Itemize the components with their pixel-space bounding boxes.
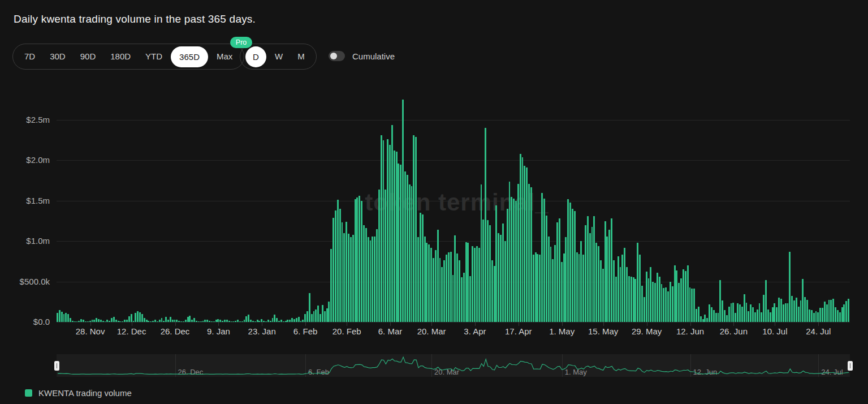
x-axis-tick-label: 6. Mar [378,326,403,336]
x-axis-tick [431,322,432,326]
navigator-line-chart [57,354,850,377]
x-axis-tick-label: 1. May [549,326,575,336]
x-axis-tick-label: 20. Feb [332,326,361,336]
x-axis-tick [175,322,176,326]
x-axis-tick-label: 15. May [588,326,618,336]
x-axis-tick [603,322,604,326]
x-axis-tick-label: 23. Jan [248,326,276,336]
pro-badge: Pro [230,37,252,48]
volume-bars-plot[interactable] [0,0,868,404]
x-axis-tick [647,322,647,326]
x-axis-tick [733,322,734,326]
range-navigator[interactable]: 26. Dec6. Feb20. Mar1. May12. Jun24. Jul [57,354,850,377]
x-axis-tick [390,322,391,326]
x-axis-tick-label: 12. Dec [117,326,146,336]
x-axis-tick [519,322,519,326]
x-axis-tick [690,322,691,326]
x-axis-tick-label: 3. Apr [464,326,486,336]
x-axis-tick-label: 28. Nov [76,326,105,336]
navigator-left-handle[interactable] [54,361,59,371]
x-axis-tick-label: 20. Mar [417,326,446,336]
x-axis-tick-label: 6. Feb [293,326,318,336]
x-axis-tick-label: 17. Apr [505,326,532,336]
x-axis-tick [305,322,306,326]
x-axis-tick [347,322,347,326]
trading-volume-chart-page: Daily kwenta trading volume in the past … [0,0,868,404]
x-axis-tick [562,322,563,326]
handle-grip-icon [850,363,850,368]
x-axis-tick [90,322,91,326]
x-axis-tick-label: 24. Jul [806,326,831,336]
x-axis-tick-label: 10. Jul [762,326,787,336]
chart-legend: KWENTA trading volume [25,388,132,398]
x-axis-tick-label: 29. May [632,326,662,336]
legend-label: KWENTA trading volume [38,388,132,398]
x-axis-tick [818,322,819,326]
x-axis-tick-label: 26. Jun [720,326,748,336]
x-axis-tick [262,322,262,326]
x-axis-tick [132,322,132,326]
x-axis-tick-label: 12. Jun [676,326,704,336]
x-axis-tick [775,322,775,326]
x-axis-tick-label: 26. Dec [161,326,190,336]
navigator-right-handle[interactable] [848,361,853,371]
x-axis-tick-label: 9. Jan [207,326,230,336]
legend-color-swatch [25,389,32,397]
x-axis-tick [475,322,476,326]
x-axis-tick [218,322,219,326]
handle-grip-icon [57,363,57,368]
